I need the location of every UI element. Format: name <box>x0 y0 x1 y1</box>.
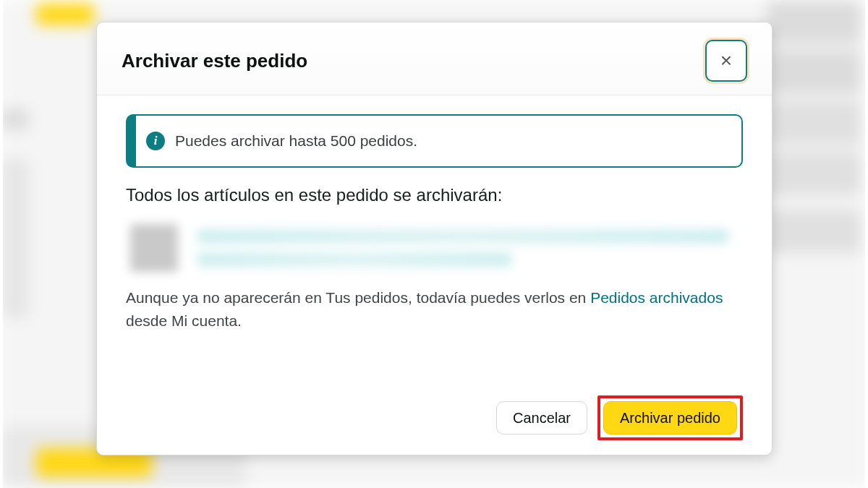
cancel-button[interactable]: Cancelar <box>496 401 587 435</box>
item-title-redacted <box>197 229 740 267</box>
modal-footer: Cancelar Archivar pedido <box>126 380 743 440</box>
modal-body: i Puedes archivar hasta 500 pedidos. Tod… <box>97 95 772 455</box>
archive-order-button[interactable]: Archivar pedido <box>603 401 737 435</box>
archive-note: Aunque ya no aparecerán en Tus pedidos, … <box>126 286 743 332</box>
info-icon: i <box>146 132 165 150</box>
order-item-row <box>126 218 743 282</box>
archive-order-modal: Archivar este pedido × i Puedes archivar… <box>96 22 773 455</box>
note-text-before: Aunque ya no aparecerán en Tus pedidos, … <box>126 289 590 306</box>
info-alert: i Puedes archivar hasta 500 pedidos. <box>126 114 743 168</box>
archived-orders-link[interactable]: Pedidos archivados <box>590 289 723 306</box>
info-alert-text: Puedes archivar hasta 500 pedidos. <box>175 132 417 150</box>
modal-header: Archivar este pedido × <box>97 22 772 95</box>
close-icon: × <box>720 51 732 71</box>
close-button[interactable]: × <box>705 40 747 82</box>
items-heading: Todos los artículos en este pedido se ar… <box>126 185 743 205</box>
instruction-highlight: Archivar pedido <box>597 395 743 440</box>
modal-title: Archivar este pedido <box>122 50 307 72</box>
note-text-after: desde Mi cuenta. <box>126 312 242 329</box>
item-thumbnail <box>130 224 178 272</box>
